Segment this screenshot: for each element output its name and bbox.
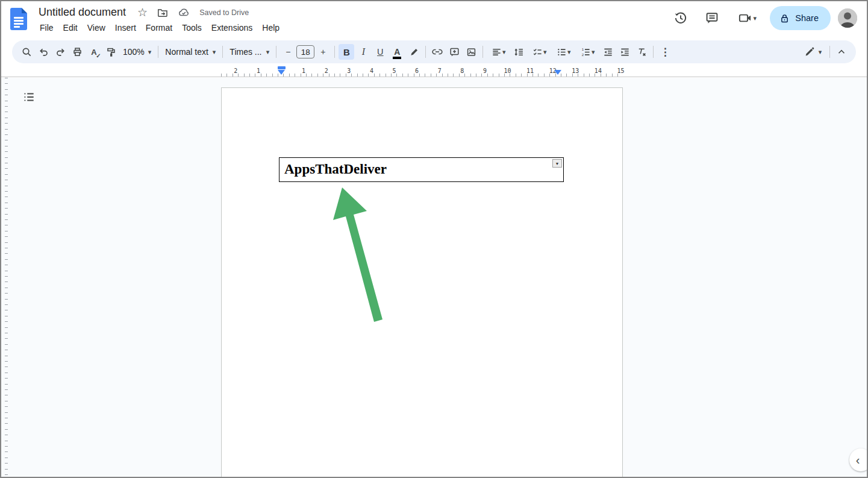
right-indent-marker[interactable] (554, 70, 561, 75)
video-caret-icon: ▾ (754, 15, 757, 21)
editing-mode-button[interactable]: ▾ (799, 44, 826, 60)
line-spacing-button[interactable] (511, 44, 526, 60)
horizontal-ruler: 21123456789101112131415 (0, 65, 868, 77)
toolbar-divider (334, 46, 335, 58)
left-indent-marker[interactable] (278, 70, 285, 75)
saved-status[interactable]: Saved to Drive (199, 8, 249, 17)
ruler-number: 9 (483, 68, 487, 74)
bold-button[interactable]: B (339, 44, 354, 60)
paragraph-style-select[interactable]: Normal text ▾ (161, 44, 219, 60)
highlight-color-button[interactable] (406, 44, 422, 60)
insert-image-button[interactable] (463, 44, 479, 60)
chevron-left-icon: ‹ (856, 454, 860, 465)
font-family-select[interactable]: Times ... ▾ (226, 44, 273, 60)
menu-tools[interactable]: Tools (177, 21, 207, 34)
svg-text:2: 2 (582, 52, 584, 56)
ruler-number: 11 (526, 68, 534, 74)
document-title[interactable]: Untitled document (36, 5, 128, 19)
show-outline-button[interactable] (20, 89, 37, 105)
underline-icon: U (377, 47, 383, 57)
menu-bar: File Edit View Insert Format Tools Exten… (35, 21, 284, 34)
checklist-button[interactable]: ▾ (528, 44, 551, 60)
more-options-button[interactable]: ⋮ (657, 44, 673, 60)
textbox-dropdown-button[interactable]: ▼ (552, 159, 562, 168)
more-vert-icon: ⋮ (660, 46, 670, 58)
minus-icon: − (286, 47, 290, 57)
ruler-number: 1 (257, 68, 260, 74)
spellcheck-icon: A✓ (91, 48, 96, 57)
menu-view[interactable]: View (83, 21, 110, 34)
ruler-number: 1 (302, 68, 305, 74)
ruler-number: 2 (234, 68, 237, 74)
chevron-up-icon (836, 46, 847, 57)
first-line-indent-marker[interactable] (278, 66, 286, 69)
decrease-font-size-button[interactable]: − (280, 44, 296, 60)
italic-icon: I (362, 46, 365, 57)
redo-button[interactable] (52, 44, 68, 60)
print-button[interactable] (69, 44, 85, 60)
bulleted-list-button[interactable]: ▾ (552, 44, 575, 60)
menu-format[interactable]: Format (141, 21, 177, 34)
decrease-indent-icon (602, 46, 614, 58)
toolbar-divider (276, 46, 276, 58)
mode-caret-icon: ▾ (819, 49, 822, 55)
video-camera-icon (738, 11, 752, 25)
ruler-number: 6 (415, 68, 419, 74)
text-color-button[interactable]: A (389, 44, 405, 60)
star-icon[interactable]: ☆ (137, 7, 148, 19)
spelling-check-button[interactable]: A✓ (86, 44, 102, 60)
svg-text:1: 1 (582, 47, 584, 51)
saved-to-drive-cloud-icon (178, 7, 190, 19)
document-textbox[interactable]: AppsThatDeliver ▼ (279, 157, 564, 182)
ruler-number: 2 (325, 68, 328, 74)
font-size-input[interactable]: 18 (296, 45, 314, 58)
link-icon (431, 46, 443, 58)
docs-logo-icon[interactable] (10, 8, 27, 30)
numbered-list-icon: 1 2 (580, 46, 592, 58)
hide-menus-button[interactable] (834, 44, 849, 60)
add-comment-icon (449, 46, 460, 58)
document-page[interactable]: AppsThatDeliver ▼ (221, 87, 623, 478)
menu-insert[interactable]: Insert (110, 21, 141, 34)
underline-button[interactable]: U (372, 44, 388, 60)
dropdown-triangle-icon: ▼ (555, 162, 560, 166)
zoom-select[interactable]: 100% ▾ (119, 44, 155, 60)
show-side-panel-button[interactable]: ‹ (849, 448, 868, 471)
plus-icon: + (320, 47, 325, 57)
undo-button[interactable] (36, 44, 51, 60)
zoom-value: 100% (123, 47, 145, 57)
image-icon (466, 46, 477, 58)
move-folder-icon[interactable] (157, 7, 169, 19)
insert-link-button[interactable] (429, 44, 445, 60)
menu-help[interactable]: Help (257, 21, 284, 34)
toolbar-divider (158, 46, 158, 58)
decrease-indent-button[interactable] (600, 44, 616, 60)
toolbar-divider (222, 46, 223, 58)
ruler-number: 4 (370, 68, 373, 74)
search-menus-button[interactable] (19, 44, 34, 60)
menu-edit[interactable]: Edit (58, 21, 83, 34)
numbered-list-button[interactable]: 1 2 ▾ (576, 44, 599, 60)
align-caret-icon: ▾ (502, 49, 506, 55)
italic-button[interactable]: I (355, 44, 371, 60)
bulleted-list-icon (556, 46, 567, 58)
avatar-photo (838, 8, 857, 28)
increase-indent-button[interactable] (617, 44, 632, 60)
increase-font-size-button[interactable]: + (315, 44, 331, 60)
ruler-number: 3 (347, 68, 351, 74)
comments-button[interactable] (700, 6, 724, 30)
paint-format-button[interactable] (103, 44, 119, 60)
document-canvas: AppsThatDeliver ▼ ‹ (0, 78, 868, 478)
share-button[interactable]: Share (770, 6, 831, 30)
menu-extensions[interactable]: Extensions (207, 21, 257, 34)
align-button[interactable]: ▾ (487, 44, 510, 60)
clear-formatting-button[interactable] (634, 44, 649, 60)
join-call-button[interactable]: ▾ (731, 6, 763, 30)
version-history-button[interactable] (669, 6, 693, 30)
clear-formatting-icon (636, 46, 648, 58)
menu-file[interactable]: File (35, 21, 58, 34)
ruler-number: 5 (392, 68, 396, 74)
add-comment-button[interactable] (446, 44, 462, 60)
avatar[interactable] (838, 8, 857, 28)
textbox-text[interactable]: AppsThatDeliver (284, 158, 387, 181)
